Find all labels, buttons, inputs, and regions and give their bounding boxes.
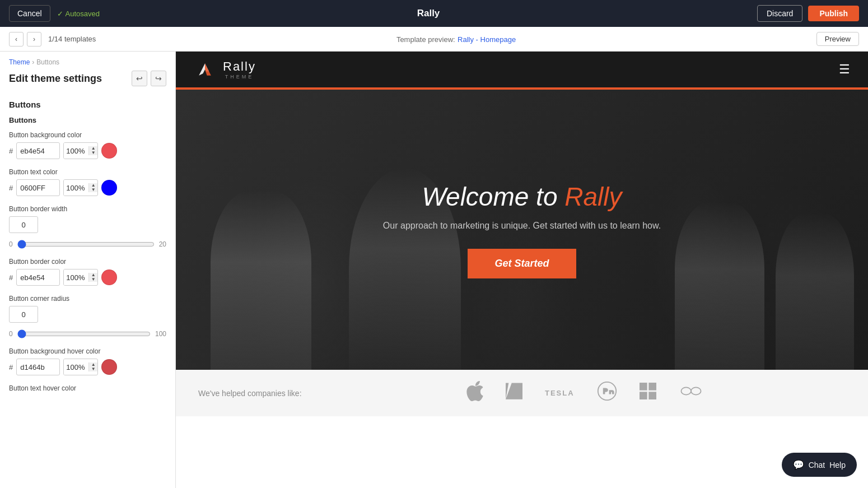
publish-button[interactable]: Publish [808, 6, 859, 21]
text-color-hex-input[interactable] [16, 179, 60, 196]
autosaved-status: ✓ Autosaved [57, 10, 100, 18]
hover-text-color-field: Button text hover color [0, 380, 175, 400]
text-opacity-wrap: ▲ ▼ [63, 179, 98, 196]
border-color-label: Button border color [9, 258, 166, 266]
opacity-down-3[interactable]: ▼ [88, 277, 97, 282]
hero-section: Welcome to Rally Our approach to marketi… [176, 90, 868, 370]
corner-radius-input[interactable] [9, 306, 38, 323]
text-color-field: Button text color # ▲ ▼ [0, 164, 175, 201]
section-subtitle-buttons: Buttons [0, 111, 175, 127]
main-layout: Theme › Buttons Edit theme settings ↩ ↪ … [0, 52, 868, 488]
top-bar-right: Discard Publish [757, 5, 859, 22]
bg-color-label: Button background color [9, 131, 166, 139]
playstation-logo [597, 381, 617, 405]
text-color-circle[interactable] [101, 180, 117, 196]
discard-button[interactable]: Discard [757, 5, 802, 22]
template-preview-info: Template preview: Rally - Homepage [396, 34, 516, 44]
chat-help-button[interactable]: 💬 Chat Help [782, 453, 857, 477]
border-color-hex-input[interactable] [16, 269, 60, 286]
svg-rect-4 [648, 383, 656, 391]
border-color-circle[interactable] [101, 269, 117, 285]
panel-header: Edit theme settings ↩ ↪ [0, 68, 175, 93]
next-template-button[interactable]: › [27, 32, 41, 47]
help-label: Help [829, 461, 846, 470]
border-opacity-input[interactable] [64, 269, 88, 285]
corner-radius-slider[interactable] [17, 329, 151, 338]
bg-color-row: # ▲ ▼ [9, 142, 166, 159]
hamburger-icon[interactable]: ☰ [839, 62, 850, 77]
hero-title-accent: Rally [564, 182, 622, 211]
bg-opacity-wrap: ▲ ▼ [63, 142, 98, 159]
app-title: Rally [417, 8, 440, 19]
hero-subtitle: Our approach to marketing is unique. Get… [383, 221, 661, 231]
template-name[interactable]: Rally - Homepage [458, 35, 516, 44]
undo-button[interactable]: ↩ [132, 71, 147, 86]
logos-bar: We've helped companies like: [176, 370, 868, 416]
breadcrumb-theme[interactable]: Theme [9, 58, 30, 66]
template-navigation: ‹ › 1/14 templates [9, 32, 96, 47]
logos-text: We've helped companies like: [198, 389, 302, 398]
hash-prefix-3: # [9, 273, 13, 282]
text-opacity-input[interactable] [64, 180, 88, 196]
breadcrumb-separator: › [32, 58, 34, 66]
adobe-logo [506, 383, 522, 403]
border-width-input[interactable] [9, 216, 38, 233]
hero-title-part1: Welcome to [422, 182, 564, 211]
corner-radius-slider-row: 0 100 [0, 327, 175, 343]
hover-bg-color-hex-input[interactable] [16, 359, 60, 375]
bg-color-field: Button background color # ▲ ▼ [0, 127, 175, 164]
hover-bg-color-circle[interactable] [101, 359, 117, 375]
bg-color-circle[interactable] [101, 143, 117, 159]
slider1-max: 20 [159, 240, 166, 248]
svg-point-8 [691, 387, 701, 394]
bg-opacity-input[interactable] [64, 143, 88, 159]
preview-button[interactable]: Preview [816, 32, 859, 46]
hover-bg-color-row: # ▲ ▼ [9, 359, 166, 375]
redo-button[interactable]: ↪ [151, 71, 166, 86]
prev-template-button[interactable]: ‹ [9, 32, 24, 47]
opacity-down-4[interactable]: ▼ [88, 367, 97, 371]
hero-content: Welcome to Rally Our approach to marketi… [383, 182, 661, 278]
opacity-down-1[interactable]: ▼ [88, 151, 97, 155]
border-color-field: Button border color # ▲ ▼ [0, 253, 175, 290]
border-width-slider[interactable] [17, 240, 155, 249]
preview-label: Template preview: [396, 35, 455, 44]
border-width-slider-row: 0 20 [0, 238, 175, 253]
bg-color-hex-input[interactable] [16, 142, 60, 159]
site-theme-label: THEME [223, 74, 256, 80]
opacity-down-2[interactable]: ▼ [88, 188, 97, 192]
apple-logo [466, 381, 483, 405]
cancel-button[interactable]: Cancel [9, 5, 50, 22]
preview-area: Rally THEME ☰ [176, 52, 868, 488]
border-width-field: Button border width [0, 201, 175, 238]
border-opacity-wrap: ▲ ▼ [63, 269, 98, 286]
hero-cta-button[interactable]: Get Started [468, 249, 576, 278]
slider2-max: 100 [155, 330, 166, 338]
corner-radius-field: Button corner radius [0, 290, 175, 327]
hover-bg-color-label: Button background hover color [9, 347, 166, 355]
template-bar: ‹ › 1/14 templates Template preview: Ral… [0, 27, 868, 52]
preview-frame: Rally THEME ☰ [176, 52, 868, 488]
svg-rect-6 [648, 392, 656, 399]
meta-logo [679, 384, 703, 402]
windows-logo [640, 383, 656, 403]
company-logos: TESLA [324, 381, 846, 405]
breadcrumb: Theme › Buttons [0, 52, 175, 68]
slider2-min: 0 [9, 330, 13, 338]
svg-point-7 [681, 387, 691, 394]
corner-radius-label: Button corner radius [9, 295, 166, 303]
person-silhouette-3 [675, 202, 764, 370]
hash-prefix-4: # [9, 363, 13, 371]
opacity-arrows-4: ▲ ▼ [88, 362, 97, 371]
svg-marker-1 [205, 63, 211, 76]
section-title-buttons: Buttons [0, 93, 175, 111]
hover-bg-opacity-input[interactable] [64, 359, 88, 375]
text-color-label: Button text color [9, 168, 166, 176]
breadcrumb-buttons: Buttons [36, 58, 59, 66]
opacity-arrows-2: ▲ ▼ [88, 183, 97, 192]
site-logo: Rally THEME [194, 58, 256, 81]
border-width-label: Button border width [9, 205, 166, 213]
svg-rect-3 [640, 383, 647, 391]
logo-icon [194, 58, 216, 81]
tesla-logo: TESLA [545, 389, 575, 397]
